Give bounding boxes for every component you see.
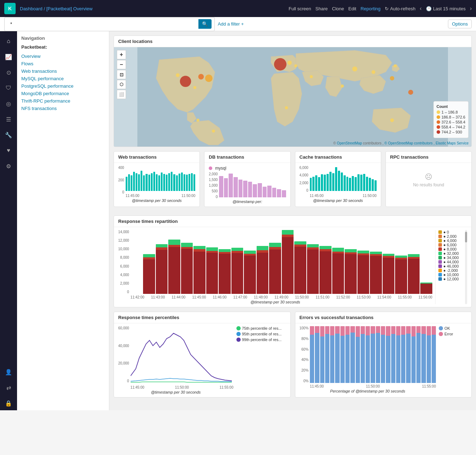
bar [191,173,193,191]
map-square[interactable]: ⬜ [117,90,126,99]
bar [166,175,168,191]
time-range-picker[interactable]: 🕐 Last 15 minutes [426,6,466,11]
kibana-logo: K [4,3,16,14]
osm-link[interactable]: OpenStreetMap [337,141,362,145]
nav-link-overview[interactable]: Overview [21,53,105,60]
bar [335,167,337,191]
sidebar-icon-settings[interactable]: ⚙ [1,159,16,173]
breadcrumb: Dashboard / [Packetbeat] Overview [20,6,289,11]
bar [181,172,183,191]
bar [143,175,145,191]
errors-bar [386,326,390,383]
bar [179,174,180,191]
map-controls: + − ⊡ ⬡ ⬜ [117,50,126,99]
bar [318,177,320,191]
sidebar-icon-chart[interactable]: 📈 [1,50,16,64]
svg-point-16 [212,130,215,133]
sidebar-icons: ⌂ 📈 ⊙ 🛡 ◎ ☰ 🔧 ♥ ⚙ 👤 ⇄ 🔒 [0,31,17,410]
main-layout: ⌂ 📈 ⊙ 🛡 ◎ ☰ 🔧 ♥ ⚙ 👤 ⇄ 🔒 Navigation Packe… [0,31,476,410]
web-x-title: @timestamp per 30 seconds [118,198,195,203]
stacked-bar [269,243,281,294]
sidebar-icon-discover[interactable]: ⊙ [1,65,16,80]
legend-item-3: 372.6 – 558.4 [437,120,465,124]
bar [186,175,188,191]
nav-link-mongodb[interactable]: MongoDB performance [21,90,105,97]
options-button[interactable]: Options [448,20,472,28]
legend-scrollbar[interactable] [465,232,467,242]
errors-bar [411,326,416,383]
nav-link-postgres[interactable]: PostgreSQL performance [21,82,105,90]
bar [253,184,257,197]
bar [128,174,130,191]
share-link[interactable]: Share [316,6,328,11]
errors-bar [371,326,375,383]
sidebar-icon-monitoring[interactable]: ♥ [1,143,16,158]
nav-link-web[interactable]: Web transactions [21,67,105,75]
sidebar-icon-home[interactable]: ⌂ [1,34,16,48]
full-screen-link[interactable]: Full screen [289,6,311,11]
edit-link[interactable]: Edit [348,6,356,11]
errors-bar [391,326,395,383]
bar [369,178,371,191]
bottom-charts-row: Response times percentiles 60,00040,0002… [114,312,472,402]
breadcrumb-dashboard[interactable]: Dashboard [20,6,43,11]
response-percentiles-panel: Response times percentiles 60,00040,0002… [114,312,291,398]
stacked-bar [257,246,269,294]
errors-panel-body: 100%80%60%40%20%0% [295,323,472,396]
response-times-title: Response times repartition [114,216,471,227]
search-button[interactable]: 🔍 [198,19,212,29]
auto-refresh-toggle[interactable]: ↻ Auto-refresh [385,6,416,11]
legend-color [438,247,442,251]
legend-item-2000: ● 2,000 [438,234,467,239]
legend-color [438,239,442,242]
bar [239,180,243,197]
svg-point-17 [285,106,288,109]
errors-bar [340,326,345,383]
legend-range-1: 1 – 186.8 [442,110,458,114]
nav-link-flows[interactable]: Flows [21,60,105,67]
sidebar-icon-user[interactable]: 👤 [1,365,16,379]
errors-bar [335,326,339,383]
percentile-x-title: @timestamp per 30 seconds [118,390,234,394]
legend-item-4: 558.4 – 744.2 [437,125,465,129]
sidebar-icon-dev[interactable]: 🔧 [1,128,16,142]
clone-link[interactable]: Clone [332,6,344,11]
sidebar-icon-lock[interactable]: 🔒 [1,396,16,410]
errors-chart-area [310,326,436,383]
errors-x-title: Percentage of @timestamp per 30 seconds [300,389,436,393]
search-input[interactable] [7,20,196,28]
nav-link-mysql[interactable]: MySQL performance [21,75,105,82]
reporting-link[interactable]: Reporting [361,6,381,11]
stacked-bar [168,240,180,294]
no-results-text: No results found [413,182,444,187]
map-zoom-in[interactable]: + [117,50,126,59]
sidebar-icon-apm[interactable]: ◎ [1,97,16,111]
map-polygon[interactable]: ⬡ [117,80,126,89]
nav-link-nfs[interactable]: NFS transactions [21,105,105,112]
stacked-bar [294,241,306,294]
bar [138,174,140,191]
sidebar-icon-shield[interactable]: 🛡 [1,81,16,95]
stacked-bar [420,283,432,294]
response-percentiles-body: 60,00040,00020,0000 [114,323,290,397]
sidebar-icon-logs[interactable]: ☰ [1,112,16,126]
mysql-legend-label: mysql [215,166,226,171]
map-zoom-out[interactable]: − [117,60,126,69]
db-transactions-panel: DB transactions mysql 2,0001,5001,000500… [204,151,290,207]
bar [171,172,173,191]
errors-bar [345,326,350,383]
svg-point-5 [193,86,197,89]
sidebar-icon-dev2[interactable]: ⇄ [1,380,16,395]
legend-color [438,269,442,272]
next-arrow[interactable]: › [470,5,472,12]
bar [163,174,165,191]
ems-link[interactable]: © OpenStreetMap contributors , Elastic M… [384,141,469,145]
map-fit[interactable]: ⊡ [117,70,126,79]
nav-link-thrift[interactable]: Thrift-RPC performance [21,97,105,105]
add-filter-button[interactable]: Add a filter + [218,21,244,27]
response-x-title: @timestamp per 30 seconds [118,300,432,304]
top-bar: K Dashboard / [Packetbeat] Overview Full… [0,0,476,17]
prev-arrow[interactable]: ‹ [420,5,422,12]
legend-range-5: 744.2 – 930 [442,130,462,134]
svg-point-4 [176,73,180,77]
